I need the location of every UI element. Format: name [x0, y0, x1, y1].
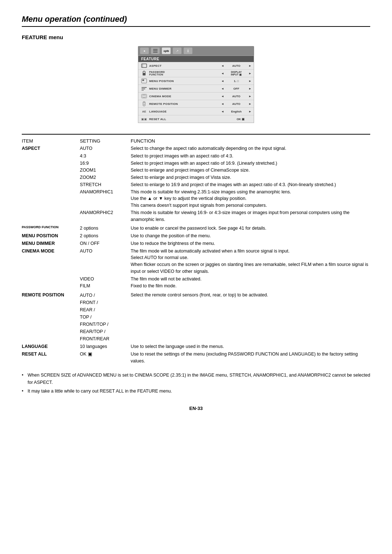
osd-icon-aspect: [140, 63, 148, 69]
osd-arrow-left-menu-dimmer: ◄: [221, 87, 224, 90]
item-empty-6: [22, 189, 80, 209]
item-cinema-mode: CINEMA MODE: [22, 248, 80, 275]
setting-anamorphic1: ANAMORPHIC1: [80, 189, 131, 209]
table-row-anamorphic1: ANAMORPHIC1 This mode is suitable for vi…: [22, 189, 370, 209]
table-row-remote-position: REMOTE POSITION AUTO /FRONT /REAR /TOP /…: [22, 292, 370, 342]
svg-rect-8: [142, 87, 147, 88]
setting-video: VIDEO: [80, 276, 131, 283]
header-function: FUNCTION: [131, 138, 370, 144]
osd-wrapper: ● optb ↗ i FEATURE ASPECT ◄ AUTO ►: [138, 46, 254, 123]
osd-value-menu-dimmer: OFF: [225, 87, 247, 90]
page-number: EN-33: [22, 406, 370, 411]
setting-auto: AUTO: [80, 145, 131, 152]
svg-rect-6: [142, 79, 147, 83]
osd-header: FEATURE: [138, 56, 254, 62]
setting-stretch: STRETCH: [80, 181, 131, 188]
setting-film: FILM: [80, 283, 131, 290]
osd-arrow-right-password: ►: [249, 72, 252, 75]
section-title: FEATURE menu: [22, 34, 370, 40]
osd-row-reset-all: ▣▣ RESET ALL OK ▣: [138, 115, 254, 123]
table-row-menu-dimmer: MENU DIMMER ON / OFF Use to reduce the b…: [22, 240, 370, 247]
svg-rect-12: [142, 94, 143, 98]
item-aspect: ASPECT: [22, 145, 80, 152]
setting-menu-dimmer: ON / OFF: [80, 240, 131, 247]
table-row-zoom1: ZOOM1 Select to enlarge and project imag…: [22, 167, 370, 174]
osd-arrow-right-menu-position: ►: [249, 79, 252, 83]
setting-43: 4:3: [80, 153, 131, 160]
table-row-43: 4:3 Select to project images with an asp…: [22, 153, 370, 160]
setting-zoom1: ZOOM1: [80, 167, 131, 174]
setting-reset-all: OK ▣: [80, 351, 131, 365]
table-row-stretch: STRETCH Select to enlarge to 16:9 and pr…: [22, 181, 370, 188]
table-row-aspect: ASPECT AUTO Select to change the aspect …: [22, 145, 370, 152]
osd-label-remote-position: REMOTE POSITION: [149, 102, 221, 106]
item-empty-5: [22, 181, 80, 188]
table-row-film: FILM Fixed to the film mode.: [22, 283, 370, 290]
item-language: LANGUAGE: [22, 343, 80, 350]
function-video: The film mode will not be activated.: [131, 276, 370, 283]
osd-value-password: DISPLAYINPUT ▣: [225, 71, 247, 76]
function-169: Select to project images with an aspect …: [131, 160, 370, 167]
osd-tab-bar: ● optb ↗ i: [138, 46, 254, 56]
svg-rect-7: [142, 79, 144, 81]
osd-arrow-left-menu-position: ◄: [221, 79, 224, 83]
setting-anamorphic2: ANAMORPHIC2: [80, 209, 131, 223]
function-43: Select to project images with an aspect …: [131, 153, 370, 160]
item-password: PASSWORD FUNCTION: [22, 225, 80, 232]
osd-arrow-right-aspect: ►: [249, 64, 252, 67]
osd-tab-2: optb: [162, 48, 171, 54]
setting-password: 2 options: [80, 225, 131, 232]
function-zoom2: Select to enlarge and project images of …: [131, 174, 370, 181]
table-row-zoom2: ZOOM2 Select to enlarge and project imag…: [22, 174, 370, 181]
svg-rect-2: [153, 52, 158, 53]
function-stretch: Select to enlarge to 16:9 and project of…: [131, 181, 370, 188]
item-menu-position: MENU POSITION: [22, 233, 80, 239]
svg-rect-9: [142, 89, 145, 89]
setting-169: 16:9: [80, 160, 131, 167]
osd-label-menu-dimmer: MENU DIMMER: [149, 87, 221, 90]
function-remote-position: Select the remote control sensors (front…: [131, 292, 370, 342]
svg-rect-3: [142, 64, 147, 67]
osd-value-cinema-mode: AUTO: [225, 95, 247, 98]
svg-rect-10: [142, 90, 144, 91]
osd-value-language: English: [225, 110, 247, 113]
table-row-menu-position: MENU POSITION 2 options Use to change th…: [22, 233, 370, 239]
osd-row-password: PASSWORDFUNCTION ◄ DISPLAYINPUT ▣ ►: [138, 70, 254, 77]
osd-row-cinema-mode: CINEMA MODE ◄ AUTO ►: [138, 93, 254, 100]
setting-menu-position: 2 options: [80, 233, 131, 239]
osd-arrow-right-menu-dimmer: ►: [249, 87, 252, 90]
osd-row-menu-dimmer: MENU DIMMER ◄ OFF ►: [138, 85, 254, 93]
osd-row-remote-position: REMOTE POSITION ◄ AUTO ►: [138, 100, 254, 108]
header-setting: SETTING: [80, 138, 131, 144]
function-language: Use to select the language used in the m…: [131, 343, 370, 350]
item-empty-8: [22, 276, 80, 283]
osd-arrow-left-language: ◄: [221, 110, 224, 113]
osd-row-language: AE LANGUAGE ◄ English ►: [138, 108, 254, 115]
osd-row-aspect: ASPECT ◄ AUTO ►: [138, 62, 254, 70]
osd-label-cinema-mode: CINEMA MODE: [149, 95, 221, 98]
osd-value-remote-position: AUTO: [225, 102, 247, 106]
osd-icon-password: [140, 70, 148, 76]
function-zoom1: Select to enlarge and project images of …: [131, 167, 370, 174]
function-film: Fixed to the film mode.: [131, 283, 370, 290]
function-reset-all: Use to reset the settings of the menu (e…: [131, 351, 370, 365]
osd-label-language: LANGUAGE: [149, 110, 221, 113]
function-cinema-auto: The film mode will be automatically acti…: [131, 248, 370, 275]
osd-body: FEATURE ASPECT ◄ AUTO ► PASSWORDFUNCTION…: [138, 56, 254, 123]
table-divider: [22, 134, 370, 135]
osd-icon-menu-position: [140, 78, 148, 84]
function-anamorphic2: This mode is suitable for viewing 16:9- …: [131, 209, 370, 223]
item-empty-1: [22, 153, 80, 160]
item-reset-all: RESET ALL: [22, 351, 80, 365]
osd-label-password: PASSWORDFUNCTION: [149, 71, 221, 76]
table-row-169: 16:9 Select to project images with an as…: [22, 160, 370, 167]
content-table: ITEM SETTING FUNCTION ASPECT AUTO Select…: [22, 134, 370, 364]
osd-tab-1: [151, 48, 160, 54]
table-row-reset-all: RESET ALL OK ▣ Use to reset the settings…: [22, 351, 370, 365]
notes-section: When SCREEN SIZE of ADVANCED MENU is set…: [22, 372, 370, 395]
table-row-password: PASSWORD FUNCTION 2 options Use to enabl…: [22, 225, 370, 232]
svg-rect-5: [143, 73, 146, 75]
osd-tab-0: ●: [140, 48, 149, 54]
table-row-cinema-mode: CINEMA MODE AUTO The film mode will be a…: [22, 248, 370, 275]
svg-rect-0: [153, 49, 158, 50]
